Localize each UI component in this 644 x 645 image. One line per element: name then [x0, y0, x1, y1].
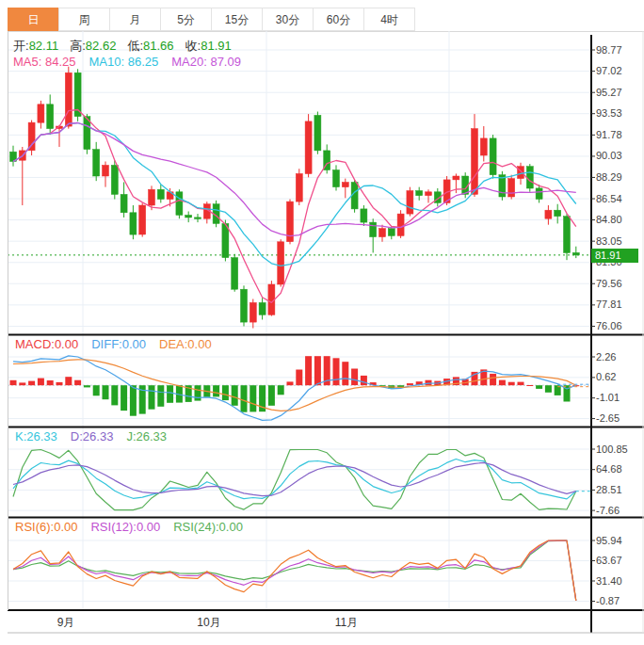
- svg-text:-0.87: -0.87: [596, 595, 620, 606]
- svg-text:91.78: 91.78: [596, 129, 622, 140]
- ohlc-open: 开:82.11: [13, 39, 58, 54]
- svg-text:93.53: 93.53: [596, 107, 622, 119]
- svg-text:86.54: 86.54: [596, 193, 622, 204]
- svg-text:64.68: 64.68: [596, 463, 622, 475]
- ohlc-close: 收:81.91: [185, 39, 232, 54]
- ma20-legend: MA20: 87.09: [171, 55, 241, 70]
- svg-text:28.51: 28.51: [596, 484, 622, 495]
- ma-legend-row: MA5: 84.25 MA10: 86.25 MA20: 87.09: [13, 55, 241, 70]
- macd-legend-row: MACD:0.00 DIFF:0.00 DEA:0.00: [15, 337, 212, 352]
- rsi-legend-row: RSI(6):0.00 RSI(12):0.00 RSI(24):0.00: [15, 520, 243, 535]
- svg-text:97.02: 97.02: [596, 65, 622, 76]
- svg-text:84.80: 84.80: [596, 214, 622, 225]
- svg-text:100.85: 100.85: [596, 443, 628, 455]
- svg-text:88.29: 88.29: [596, 171, 622, 183]
- kline-chart-widget: 日周月5分15分30分60分4时 98.7797.0295.2793.5391.…: [0, 0, 644, 645]
- macd-legend: MACD:0.00: [15, 337, 78, 352]
- svg-text:90.03: 90.03: [596, 150, 622, 161]
- svg-text:10月: 10月: [197, 616, 220, 629]
- ohlc-low: 低:81.66: [127, 39, 173, 54]
- svg-text:9月: 9月: [57, 616, 75, 629]
- ma10-legend: MA10: 86.25: [89, 55, 159, 70]
- d-legend: D:26.33: [71, 429, 114, 444]
- svg-text:95.27: 95.27: [596, 87, 622, 98]
- svg-text:-1.01: -1.01: [596, 392, 620, 403]
- svg-text:-2.65: -2.65: [596, 412, 620, 424]
- ohlc-high: 高:82.62: [70, 39, 116, 54]
- dea-legend: DEA:0.00: [159, 337, 212, 352]
- j-legend: J:26.33: [126, 429, 167, 444]
- ohlc-row: 开:82.11 高:82.62 低:81.66 收:81.91: [13, 39, 232, 54]
- svg-text:11月: 11月: [335, 616, 358, 629]
- chart-canvas[interactable]: 98.7797.0295.2793.5391.7890.0388.2986.54…: [0, 0, 644, 645]
- svg-text:0.62: 0.62: [596, 371, 616, 382]
- svg-text:63.67: 63.67: [596, 555, 622, 566]
- svg-text:-7.66: -7.66: [596, 505, 620, 516]
- rsi24-legend: RSI(24):0.00: [173, 520, 243, 535]
- kdj-legend-row: K:26.33 D:26.33 J:26.33: [15, 429, 167, 444]
- svg-text:2.26: 2.26: [596, 351, 616, 363]
- rsi12-legend: RSI(12):0.00: [90, 520, 160, 535]
- k-legend: K:26.33: [15, 429, 57, 444]
- ma5-legend: MA5: 84.25: [13, 55, 76, 70]
- rsi6-legend: RSI(6):0.00: [15, 520, 77, 535]
- current-price-badge: 81.91: [591, 249, 638, 263]
- svg-text:98.77: 98.77: [596, 44, 622, 56]
- svg-text:76.06: 76.06: [596, 320, 622, 331]
- svg-text:77.81: 77.81: [596, 298, 622, 310]
- svg-text:83.05: 83.05: [596, 235, 622, 247]
- diff-legend: DIFF:0.00: [91, 337, 146, 352]
- svg-text:95.94: 95.94: [596, 535, 622, 546]
- svg-text:31.40: 31.40: [596, 575, 622, 587]
- svg-text:79.56: 79.56: [596, 278, 622, 289]
